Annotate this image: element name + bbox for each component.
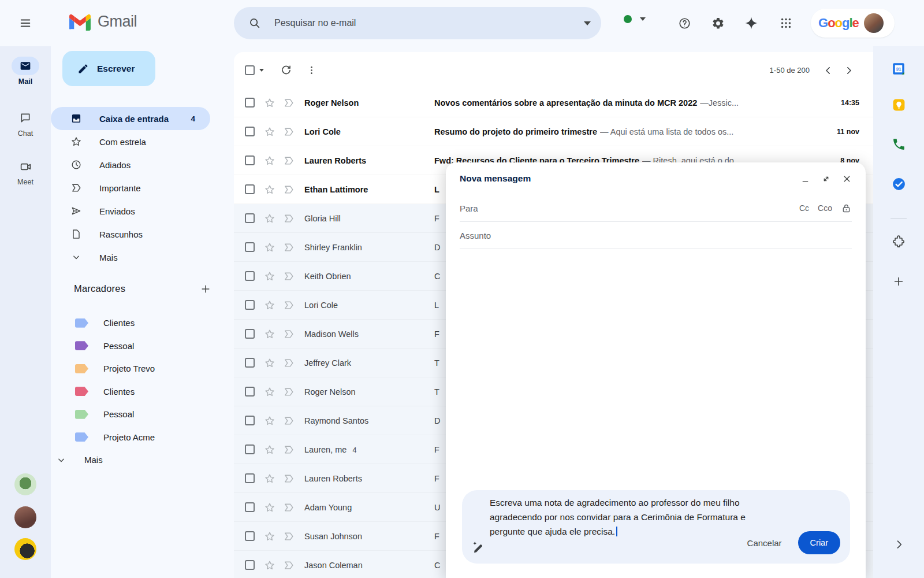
row-checkbox[interactable] (245, 300, 255, 310)
star-icon[interactable] (264, 473, 275, 484)
search-options-caret-icon[interactable] (584, 21, 591, 25)
importance-marker-icon[interactable] (283, 357, 295, 369)
row-checkbox[interactable] (245, 242, 255, 252)
label-item-projeto-trevo[interactable]: Projeto Trevo (51, 357, 224, 380)
row-checkbox[interactable] (245, 416, 255, 425)
newer-page-chevron-icon[interactable] (818, 60, 839, 81)
row-checkbox[interactable] (245, 213, 255, 223)
row-checkbox[interactable] (245, 502, 255, 512)
rail-item-mail[interactable]: Mail (0, 57, 51, 86)
label-item-clientes[interactable]: Clientes (51, 312, 224, 335)
search-bar[interactable] (234, 7, 601, 39)
star-icon[interactable] (264, 502, 275, 513)
expand-panel-chevron-icon[interactable] (889, 535, 909, 554)
label-item-pessoal[interactable]: Pessoal (51, 403, 224, 426)
email-row[interactable]: Roger NelsonNovos comentários sobre a ap… (234, 88, 873, 117)
user-avatar[interactable] (864, 13, 884, 33)
importance-marker-icon[interactable] (283, 184, 295, 195)
sidebar-item-enviados[interactable]: Enviados (51, 199, 210, 223)
select-caret-icon[interactable] (259, 69, 264, 72)
sidebar-item-importante[interactable]: Importante (51, 176, 210, 199)
apps-grid-icon[interactable] (774, 12, 798, 35)
hamburger-menu-icon[interactable] (15, 13, 36, 34)
label-item-clientes[interactable]: Clientes (51, 380, 224, 403)
importance-marker-icon[interactable] (283, 126, 295, 138)
row-checkbox[interactable] (245, 387, 255, 397)
importance-marker-icon[interactable] (283, 502, 295, 513)
select-all-checkbox[interactable] (245, 65, 255, 75)
importance-marker-icon[interactable] (283, 444, 295, 455)
row-checkbox[interactable] (245, 358, 255, 368)
row-checkbox[interactable] (245, 444, 255, 454)
row-checkbox[interactable] (245, 473, 255, 483)
add-plus-icon[interactable] (887, 270, 910, 293)
subject-field[interactable]: Assunto (460, 222, 852, 249)
tasks-icon[interactable] (887, 172, 910, 195)
gemini-star-icon[interactable] (740, 12, 763, 35)
sidebar-item-adiados[interactable]: Adiados (51, 153, 210, 176)
star-icon[interactable] (264, 126, 275, 138)
star-icon[interactable] (264, 97, 275, 109)
bcc-button[interactable]: Cco (818, 203, 832, 213)
label-item-projeto-acme[interactable]: Projeto Acme (51, 426, 224, 449)
status-indicator[interactable] (624, 15, 646, 23)
rail-item-chat[interactable]: Chat (0, 109, 51, 138)
google-account-pill[interactable]: Google (811, 9, 895, 38)
importance-marker-icon[interactable] (283, 155, 295, 166)
more-options-kebab-icon[interactable] (300, 59, 323, 82)
status-caret-icon[interactable] (640, 17, 646, 21)
sidebar-item-mais[interactable]: Mais (51, 246, 210, 269)
add-label-plus-icon[interactable] (194, 277, 217, 301)
to-field[interactable]: Para Cc Cco (460, 195, 852, 222)
rail-item-meet[interactable]: Meet (0, 157, 51, 186)
minimize-icon[interactable] (798, 171, 813, 186)
sidebar-item-rascunhos[interactable]: Rascunhos (51, 223, 210, 246)
compose-header[interactable]: Nova mensagem (446, 162, 866, 195)
row-checkbox[interactable] (245, 184, 255, 194)
importance-marker-icon[interactable] (283, 415, 295, 427)
expand-fullscreen-icon[interactable] (818, 171, 833, 186)
importance-marker-icon[interactable] (283, 560, 295, 571)
calendar-icon[interactable]: 31 (887, 57, 910, 80)
star-icon[interactable] (264, 444, 275, 455)
star-icon[interactable] (264, 271, 275, 282)
cc-button[interactable]: Cc (799, 203, 809, 213)
labels-more[interactable]: Mais (51, 449, 224, 472)
star-icon[interactable] (264, 213, 275, 224)
row-checkbox[interactable] (245, 329, 255, 339)
star-icon[interactable] (264, 184, 275, 195)
star-icon[interactable] (264, 415, 275, 427)
create-button[interactable]: Criar (798, 531, 840, 554)
contact-avatar[interactable] (14, 538, 36, 560)
importance-marker-icon[interactable] (283, 473, 295, 484)
contact-avatar[interactable] (14, 506, 36, 528)
help-button[interactable] (673, 12, 696, 35)
row-checkbox[interactable] (245, 98, 255, 108)
row-checkbox[interactable] (245, 127, 255, 136)
star-icon[interactable] (264, 386, 275, 398)
importance-marker-icon[interactable] (283, 242, 295, 253)
star-icon[interactable] (264, 328, 275, 340)
prompt-input[interactable]: Escreva uma nota de agradecimento ao pro… (490, 495, 748, 539)
star-icon[interactable] (264, 357, 275, 369)
gemini-help-me-write-card[interactable]: Escreva uma nota de agradecimento ao pro… (462, 490, 850, 564)
older-page-chevron-icon[interactable] (839, 60, 859, 81)
importance-marker-icon[interactable] (283, 271, 295, 282)
row-checkbox[interactable] (245, 560, 255, 570)
importance-marker-icon[interactable] (283, 531, 295, 542)
importance-marker-icon[interactable] (283, 328, 295, 340)
close-icon[interactable] (839, 171, 854, 186)
search-input[interactable] (273, 17, 584, 29)
sidebar-item-com-estrela[interactable]: Com estrela (51, 130, 210, 153)
search-icon[interactable] (244, 13, 265, 34)
star-icon[interactable] (264, 299, 275, 311)
compose-button[interactable]: Escrever (62, 51, 155, 86)
email-row[interactable]: Lori ColeResumo do projeto do primeiro t… (234, 117, 873, 146)
row-checkbox[interactable] (245, 531, 255, 541)
contact-avatar[interactable] (14, 473, 36, 495)
importance-marker-icon[interactable] (283, 213, 295, 224)
label-item-pessoal[interactable]: Pessoal (51, 335, 224, 358)
star-icon[interactable] (264, 242, 275, 253)
keep-icon[interactable] (887, 93, 910, 116)
importance-marker-icon[interactable] (283, 97, 295, 109)
